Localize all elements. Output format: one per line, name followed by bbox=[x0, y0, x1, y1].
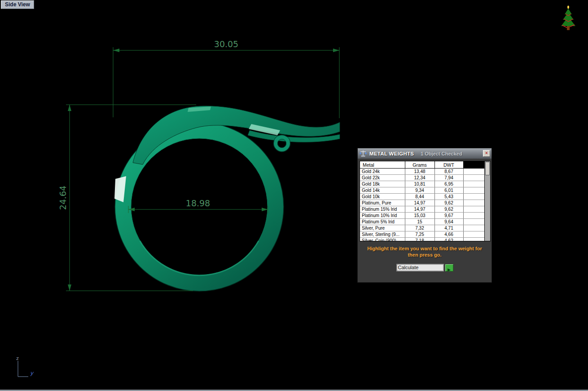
metal-weights-panel: METAL WEIGHTS 1 Object Checked × Metal G… bbox=[357, 148, 492, 283]
play-icon: ▶ bbox=[448, 267, 451, 273]
dimension-height-label: 24.64 bbox=[58, 186, 68, 210]
metal-table-row[interactable]: Platinum 10% Irid15,039,67 bbox=[360, 213, 484, 219]
grams-cell[interactable]: 10,81 bbox=[405, 181, 434, 187]
calculate-row: Calculate ▶ bbox=[358, 264, 491, 271]
column-header-metal[interactable]: Metal bbox=[360, 161, 405, 169]
dwt-cell[interactable]: 9,62 bbox=[434, 200, 463, 206]
grams-cell[interactable]: 7,32 bbox=[405, 225, 434, 231]
panel-title: METAL WEIGHTS bbox=[369, 151, 414, 156]
axis-indicator: z y bbox=[16, 355, 34, 377]
dwt-cell[interactable]: 7,94 bbox=[434, 175, 463, 181]
dimension-inner-width-label: 18.98 bbox=[186, 198, 210, 208]
grams-cell[interactable]: 7,25 bbox=[405, 231, 434, 238]
metal-table-row[interactable]: Gold 18k10,816,95 bbox=[360, 181, 484, 187]
metal-table-row[interactable]: Silver, Pure7,324,71 bbox=[360, 225, 484, 231]
metal-table-row[interactable]: Gold 10k8,445,43 bbox=[360, 194, 484, 200]
dwt-cell[interactable]: 8,67 bbox=[434, 169, 463, 175]
metal-cell[interactable]: Silver, Sterling (9... bbox=[360, 231, 405, 238]
spacer-cell[interactable] bbox=[463, 169, 484, 175]
metal-cell[interactable]: Platinum, Pure bbox=[360, 200, 405, 206]
metal-table-row[interactable]: Gold 22k12,347,94 bbox=[360, 175, 484, 181]
calculate-button[interactable]: Calculate bbox=[396, 264, 444, 271]
column-header-dwt[interactable]: DWT bbox=[434, 161, 463, 169]
metal-cell[interactable]: Silver, Pure bbox=[360, 225, 405, 231]
grams-cell[interactable]: 13,48 bbox=[405, 169, 434, 175]
metal-cell[interactable]: Gold 24k bbox=[360, 169, 405, 175]
grams-cell[interactable]: 15,03 bbox=[405, 213, 434, 219]
spacer-cell[interactable] bbox=[463, 238, 484, 242]
spacer-cell[interactable] bbox=[463, 181, 484, 187]
spacer-cell[interactable] bbox=[463, 219, 484, 225]
metal-cell[interactable]: Gold 14k bbox=[360, 187, 405, 194]
dwt-cell[interactable]: 9,67 bbox=[434, 213, 463, 219]
close-icon: × bbox=[485, 151, 488, 156]
instruction-line-2: then press go. bbox=[358, 252, 491, 258]
dwt-cell[interactable]: 6,95 bbox=[434, 181, 463, 187]
scale-icon bbox=[359, 150, 367, 158]
metal-cell[interactable]: Platinum 15% Irid bbox=[360, 206, 405, 213]
dwt-cell[interactable]: 4,62 bbox=[434, 238, 463, 242]
metal-cell[interactable]: Gold 18k bbox=[360, 181, 405, 187]
metal-table-row[interactable]: Platinum, Pure14,979,62 bbox=[360, 200, 484, 206]
dwt-cell[interactable]: 9,64 bbox=[434, 219, 463, 225]
panel-titlebar[interactable]: METAL WEIGHTS 1 Object Checked × bbox=[358, 148, 491, 159]
metal-table: Metal Grams DWT Gold 24k13,488,67Gold 22… bbox=[360, 161, 484, 241]
metal-table-row[interactable]: Gold 24k13,488,67 bbox=[360, 169, 484, 175]
spacer-cell[interactable] bbox=[463, 175, 484, 181]
dwt-cell[interactable]: 4,71 bbox=[434, 225, 463, 231]
dimension-width[interactable]: 30.05 bbox=[113, 39, 339, 118]
objects-checked-status: 1 Object Checked bbox=[421, 151, 481, 156]
metal-cell[interactable]: Silver, Coin (900) bbox=[360, 238, 405, 242]
grams-cell[interactable]: 15 bbox=[405, 219, 434, 225]
metal-cell[interactable]: Gold 22k bbox=[360, 175, 405, 181]
metal-table-row[interactable]: Platinum 15% Irid14,979,62 bbox=[360, 206, 484, 213]
scrollbar-thumb[interactable] bbox=[485, 162, 490, 175]
metal-weights-table: Metal Grams DWT Gold 24k13,488,67Gold 22… bbox=[360, 161, 491, 241]
ring-model[interactable] bbox=[114, 106, 340, 291]
dimension-width-label: 30.05 bbox=[214, 39, 238, 49]
metal-cell[interactable]: Gold 10k bbox=[360, 194, 405, 200]
christmas-tree-icon bbox=[558, 5, 578, 33]
metal-table-row[interactable]: Gold 14k9,346,01 bbox=[360, 187, 484, 194]
axis-y-label: y bbox=[30, 370, 34, 376]
spacer-cell[interactable] bbox=[463, 213, 484, 219]
spacer-cell[interactable] bbox=[463, 225, 484, 231]
column-header-blank bbox=[463, 161, 484, 169]
viewport[interactable]: 30.05 24.64 18.98 z y bbox=[0, 0, 588, 391]
close-button[interactable]: × bbox=[483, 150, 490, 157]
grams-cell[interactable]: 12,34 bbox=[405, 175, 434, 181]
go-button[interactable]: ▶ bbox=[445, 264, 453, 271]
dwt-cell[interactable]: 5,43 bbox=[434, 194, 463, 200]
metal-table-body: Gold 24k13,488,67Gold 22k12,347,94Gold 1… bbox=[360, 169, 484, 242]
application-window: 30.05 24.64 18.98 z y Side Vie bbox=[0, 0, 588, 391]
column-header-grams[interactable]: Grams bbox=[405, 161, 434, 169]
metal-cell[interactable]: Platinum 10% Irid bbox=[360, 213, 405, 219]
view-label[interactable]: Side View bbox=[1, 0, 34, 9]
grams-cell[interactable]: 9,34 bbox=[405, 187, 434, 194]
grams-cell[interactable]: 14,97 bbox=[405, 200, 434, 206]
spacer-cell[interactable] bbox=[463, 206, 484, 213]
instruction-text: Highlight the item you want to find the … bbox=[358, 246, 491, 258]
metal-table-row[interactable]: Platinum 5% Irid159,64 bbox=[360, 219, 484, 225]
table-header-row: Metal Grams DWT bbox=[360, 161, 484, 169]
metal-table-row[interactable]: Silver, Sterling (9...7,254,66 bbox=[360, 231, 484, 238]
spacer-cell[interactable] bbox=[463, 200, 484, 206]
grams-cell[interactable]: 8,44 bbox=[405, 194, 434, 200]
instruction-line-1: Highlight the item you want to find the … bbox=[358, 246, 491, 252]
dwt-cell[interactable]: 4,66 bbox=[434, 231, 463, 238]
metal-cell[interactable]: Platinum 5% Irid bbox=[360, 219, 405, 225]
table-scrollbar[interactable] bbox=[484, 161, 490, 241]
dwt-cell[interactable]: 6,01 bbox=[434, 187, 463, 194]
dimension-inner-width[interactable]: 18.98 bbox=[128, 198, 268, 213]
dwt-cell[interactable]: 9,62 bbox=[434, 206, 463, 213]
spacer-cell[interactable] bbox=[463, 231, 484, 238]
axis-z-label: z bbox=[16, 355, 19, 361]
grams-cell[interactable]: 7,18 bbox=[405, 238, 434, 242]
grams-cell[interactable]: 14,97 bbox=[405, 206, 434, 213]
spacer-cell[interactable] bbox=[463, 194, 484, 200]
metal-table-row[interactable]: Silver, Coin (900)7,184,62 bbox=[360, 238, 484, 242]
spacer-cell[interactable] bbox=[463, 187, 484, 194]
